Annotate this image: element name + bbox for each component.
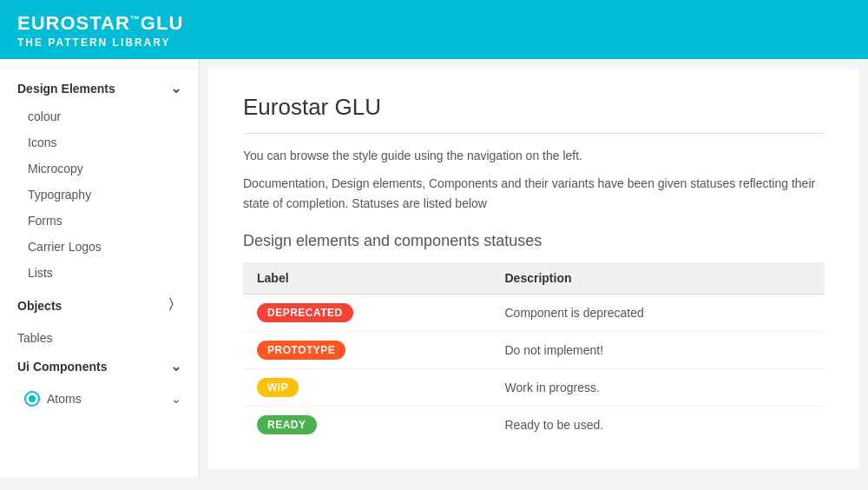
objects-label: Objects xyxy=(17,299,62,313)
sidebar-section-design-elements: Design Elements ⌄ colour Icons Microcopy… xyxy=(0,73,199,286)
main-content: Eurostar GLU You can browse the style gu… xyxy=(208,68,859,469)
sidebar-item-atoms[interactable]: Atoms ⌄ xyxy=(0,385,199,413)
badge-prototype: PROTOTYPE xyxy=(257,341,345,360)
badge-cell: WIP xyxy=(243,369,490,407)
badge-ready: READY xyxy=(257,415,317,434)
sidebar-section-ui-components: Ui Components ⌄ xyxy=(0,351,199,381)
sidebar-item-lists[interactable]: Lists xyxy=(0,260,199,286)
desc-cell: Do not implement! xyxy=(490,332,825,369)
ui-components-chevron: ⌄ xyxy=(170,358,181,374)
sidebar-item-icons[interactable]: Icons xyxy=(0,129,199,156)
sidebar-section-header-objects[interactable]: Objects 〉 xyxy=(0,289,199,321)
sidebar-section-header-ui-components[interactable]: Ui Components ⌄ xyxy=(0,351,199,381)
header: EUROSTAR™GLU THE PATTERN LIBRARY xyxy=(0,0,868,59)
desc-cell: Work in progress. xyxy=(490,369,825,407)
table-row: WIPWork in progress. xyxy=(243,369,825,407)
col-label: Label xyxy=(243,262,490,295)
col-description: Description xyxy=(490,262,825,295)
atoms-dot-icon xyxy=(24,391,40,407)
table-row: PROTOTYPEDo not implement! xyxy=(243,332,825,369)
sidebar-section-objects: Objects 〉 xyxy=(0,289,199,321)
ui-components-label: Ui Components xyxy=(17,360,107,374)
desc-cell: Component is deprecated xyxy=(490,295,825,332)
badge-cell: READY xyxy=(243,407,490,444)
sidebar-item-carrier-logos[interactable]: Carrier Logos xyxy=(0,234,199,260)
desc-cell: Ready to be used. xyxy=(490,407,825,444)
sidebar-item-microcopy[interactable]: Microcopy xyxy=(0,156,199,182)
sidebar-item-forms[interactable]: Forms xyxy=(0,208,199,234)
sidebar-section-header-design-elements[interactable]: Design Elements ⌄ xyxy=(0,73,199,103)
sidebar-item-typography[interactable]: Typography xyxy=(0,182,199,208)
table-header-row: Label Description xyxy=(243,262,825,295)
header-subtitle: THE PATTERN LIBRARY xyxy=(17,36,851,49)
badge-deprecated: DEPRECATED xyxy=(257,303,353,322)
page-title: Eurostar GLU xyxy=(243,94,825,134)
logo-glu: GLU xyxy=(141,12,183,34)
sidebar-item-colour[interactable]: colour xyxy=(0,103,199,129)
header-logo: EUROSTAR™GLU xyxy=(17,12,851,35)
badge-wip: WIP xyxy=(257,378,299,397)
table-row: DEPRECATEDComponent is deprecated xyxy=(243,295,825,332)
status-table: Label Description DEPRECATEDComponent is… xyxy=(243,262,825,443)
sidebar-item-tables[interactable]: Tables xyxy=(0,325,199,351)
atoms-label: Atoms xyxy=(47,392,82,406)
desc1: You can browse the style guide using the… xyxy=(243,146,825,165)
logo-eurostar: EUROSTAR xyxy=(17,12,130,34)
table-row: READYReady to be used. xyxy=(243,407,825,444)
desc2: Documentation, Design elements, Componen… xyxy=(243,174,825,213)
logo-tm: ™ xyxy=(130,14,141,24)
atoms-chevron: ⌄ xyxy=(171,392,181,406)
objects-chevron: 〉 xyxy=(168,296,181,315)
layout: Design Elements ⌄ colour Icons Microcopy… xyxy=(0,59,868,478)
badge-cell: DEPRECATED xyxy=(243,295,490,332)
section-title: Design elements and components statuses xyxy=(243,232,825,250)
design-elements-chevron: ⌄ xyxy=(170,80,181,96)
design-elements-label: Design Elements xyxy=(17,82,115,96)
badge-cell: PROTOTYPE xyxy=(243,332,490,369)
sidebar: Design Elements ⌄ colour Icons Microcopy… xyxy=(0,59,200,478)
